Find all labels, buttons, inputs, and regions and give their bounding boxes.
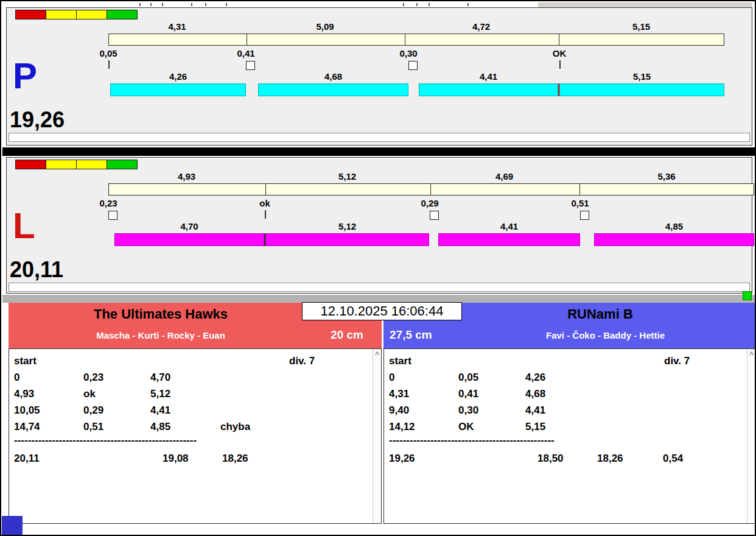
menu-text-fragment [205, 3, 206, 6]
menu-text-fragment [139, 3, 141, 6]
summary-cell: 19,08 [163, 453, 189, 465]
jump-height-label: 27,5 cm [390, 328, 432, 342]
menu-text-fragment [150, 3, 152, 6]
split-time-label: 5,15 [558, 21, 724, 32]
table-scrollbar[interactable]: ^ [747, 349, 755, 523]
menu-text-fragment [429, 3, 430, 6]
result-cell: 4,26 [525, 372, 545, 384]
menu-bar [2, 1, 755, 7]
status-light [107, 10, 138, 19]
summary-cell: 18,26 [222, 453, 248, 465]
team-panel-right: RUNami BFavi - Čoko - Baddy - Hettie27,5… [383, 303, 756, 524]
result-table: startdiv. 700,054,264,310,414,689,400,30… [383, 348, 756, 524]
dog-time-bar [114, 233, 264, 246]
result-cell: 0,30 [458, 404, 478, 417]
timestamp-box: 12.10.2025 16:06:44 [302, 302, 462, 320]
separator-dashes: ----------------------------------------… [14, 434, 197, 446]
summary-cell: 19,26 [389, 453, 415, 465]
status-light [46, 10, 77, 19]
segment-divider-tick [405, 34, 405, 46]
result-cell: 4,68 [525, 388, 545, 400]
team-panel-left: The Ultimates HawksMascha - Kurti - Rock… [9, 303, 382, 524]
dog-time-label: 4,41 [419, 71, 558, 82]
ready-indicator-square [743, 291, 752, 300]
dog-time-label: 4,70 [114, 221, 264, 231]
status-light [15, 160, 46, 169]
dog-bar-divider [558, 83, 559, 96]
status-light [107, 160, 138, 169]
scroll-up-arrow[interactable]: ^ [747, 350, 755, 359]
segment-divider-tick [430, 183, 431, 196]
split-time-label: 5,36 [579, 171, 754, 182]
lane-track-strip [9, 133, 750, 142]
exchange-checkbox[interactable] [580, 211, 589, 220]
exchange-checkbox[interactable] [246, 61, 255, 70]
table-scrollbar[interactable]: ^ [373, 349, 381, 523]
exchange-tick [265, 210, 266, 219]
team-members: Favi - Čoko - Baddy - Hettie [467, 330, 744, 340]
start-label: start [14, 355, 37, 367]
dog-time-bar [438, 233, 580, 246]
menu-bar-spacer [538, 2, 752, 7]
result-cell: 4,93 [14, 388, 34, 400]
dog-time-bar [110, 83, 246, 96]
result-cell: 5,12 [150, 388, 170, 400]
split-time-bar [108, 183, 754, 196]
exchange-time-label: 0,51 [556, 198, 604, 208]
division-label: div. 7 [664, 355, 690, 367]
lane-total-time: 19,26 [10, 107, 65, 133]
summary-cell: 18,50 [537, 453, 564, 465]
split-time-label: 5,09 [246, 21, 404, 32]
status-light [46, 160, 77, 169]
result-cell: 0,23 [83, 372, 103, 384]
menu-text-fragment [191, 3, 192, 6]
dog-time-label: 4,85 [594, 221, 754, 231]
team-members: Mascha - Kurti - Rocky - Euan [9, 330, 313, 340]
dog-time-label: 4,41 [438, 221, 580, 231]
status-light [76, 10, 107, 19]
result-cell: 0 [14, 372, 19, 384]
result-cell: 0,41 [458, 388, 478, 400]
result-cell: OK [458, 421, 474, 433]
menu-text-fragment [416, 3, 418, 6]
status-lights [16, 10, 138, 19]
result-cell: 4,41 [150, 404, 170, 417]
result-cell: 14,74 [14, 421, 40, 433]
status-light [76, 160, 107, 169]
result-cell: 5,15 [525, 421, 545, 433]
split-time-label: 4,69 [430, 171, 579, 182]
dog-time-bar [594, 233, 754, 246]
lane-track-strip [9, 283, 750, 292]
exchange-time-label: 0,05 [84, 48, 133, 58]
menu-text-fragment [467, 3, 469, 6]
summary-cell: 20,11 [14, 453, 40, 465]
exchange-tick [559, 60, 561, 69]
summary-cell: 18,26 [597, 453, 623, 465]
summary-cell: 0,54 [663, 453, 683, 465]
result-cell: 9,40 [389, 404, 409, 417]
scroll-up-arrow[interactable]: ^ [373, 350, 381, 359]
result-cell: 4,70 [150, 372, 170, 384]
exchange-time-label: 0,30 [384, 48, 433, 58]
exchange-checkbox[interactable] [430, 211, 439, 220]
timestamp-text: 12.10.2025 16:06:44 [321, 303, 444, 319]
exchange-checkbox[interactable] [108, 211, 117, 220]
exchange-time-label: 0,29 [405, 198, 454, 208]
split-time-label: 4,72 [404, 21, 558, 32]
exchange-tick [108, 60, 110, 69]
dog-time-bar [419, 83, 558, 96]
result-cell: ok [83, 388, 96, 400]
result-cell: 4,41 [525, 404, 545, 417]
segment-divider-tick [265, 183, 266, 196]
result-cell: 0 [389, 372, 394, 384]
exchange-checkbox[interactable] [408, 61, 418, 70]
result-cell: chyba [220, 421, 250, 433]
segment-divider-tick [559, 34, 559, 46]
result-cell: 0,29 [83, 404, 103, 417]
status-lights [16, 160, 138, 169]
lane-letter: L [13, 208, 35, 244]
result-cell: 10,05 [14, 404, 40, 417]
dog-time-label: 4,68 [258, 71, 408, 82]
lane-letter: P [13, 58, 37, 94]
team-name: RUNami B [444, 306, 756, 322]
